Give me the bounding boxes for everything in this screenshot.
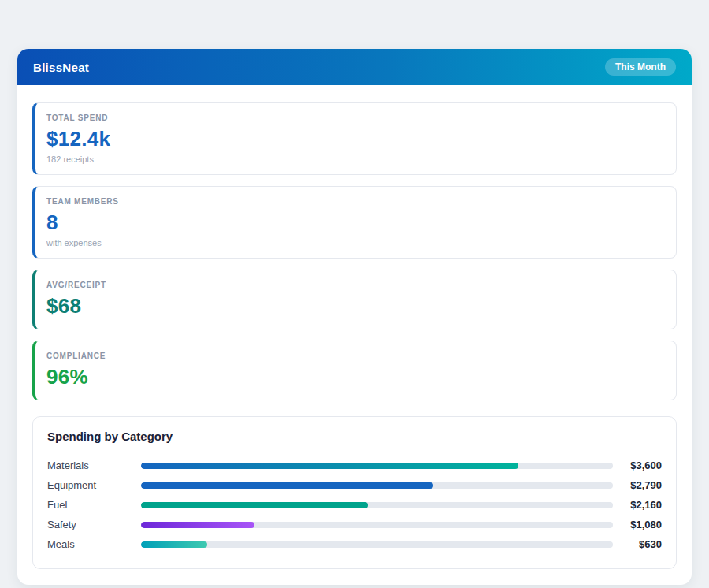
category-label: Materials [47,460,141,471]
stat-label: TEAM MEMBERS [46,197,663,206]
category-row-fuel: Fuel $2,160 [47,495,662,515]
bar-track [141,482,613,489]
bar-track [141,541,613,548]
bar-fill-fuel [141,502,368,508]
category-value: $1,080 [613,519,662,530]
category-label: Fuel [47,499,141,511]
stat-subtext: with expenses [46,238,663,247]
stat-label: COMPLIANCE [46,352,663,360]
category-row-safety: Safety $1,080 [47,515,662,534]
stat-card-compliance: COMPLIANCE 96% [32,341,677,400]
dashboard-card: BlissNeat This Month TOTAL SPEND $12.4k … [17,49,692,585]
stat-value: $12.4k [46,127,663,151]
app-header: BlissNeat This Month [17,49,692,85]
stat-subtext: 182 receipts [46,154,663,164]
app-title: BlissNeat [33,61,89,74]
stat-label: TOTAL SPEND [46,114,663,122]
stat-label: AVG/RECEIPT [46,281,663,289]
category-row-meals: Meals $630 [47,534,662,554]
category-value: $2,790 [613,479,662,491]
bar-track [141,463,613,469]
category-label: Safety [47,519,141,530]
category-label: Meals [47,538,141,550]
bar-fill-safety [141,522,254,528]
stat-value: 8 [46,210,663,235]
category-label: Equipment [47,479,141,491]
stat-card-total-spend: TOTAL SPEND $12.4k 182 receipts [32,102,677,175]
bar-fill-materials [141,463,518,469]
stat-value: $68 [46,294,663,318]
category-row-materials: Materials $3,600 [47,456,662,475]
bar-fill-meals [141,541,207,548]
bar-fill-equipment [141,482,433,489]
spending-by-category-panel: Spending by Category Materials $3,600 Eq… [32,416,677,569]
category-value: $3,600 [613,460,662,471]
category-row-equipment: Equipment $2,790 [47,475,662,495]
stat-card-team-members: TEAM MEMBERS 8 with expenses [32,186,677,259]
dashboard-content: TOTAL SPEND $12.4k 182 receipts TEAM MEM… [17,85,692,585]
bar-track [141,502,613,508]
panel-title: Spending by Category [47,430,662,443]
category-value: $2,160 [613,499,662,511]
stat-card-avg-receipt: AVG/RECEIPT $68 [32,270,677,329]
bar-track [141,522,613,528]
time-period-badge[interactable]: This Month [605,58,676,76]
stat-value: 96% [46,365,663,389]
category-value: $630 [613,538,662,550]
